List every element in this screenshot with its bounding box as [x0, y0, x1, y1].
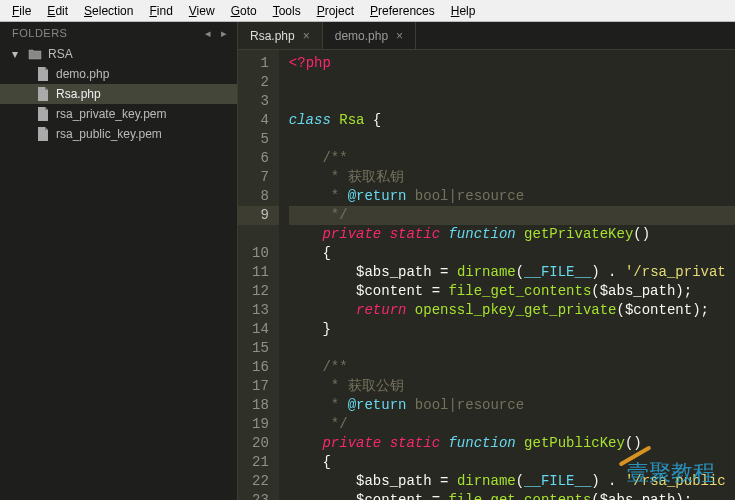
- folder-icon: [28, 47, 42, 61]
- tree-folder-label: RSA: [48, 47, 73, 61]
- chevron-right-icon[interactable]: ▸: [217, 26, 231, 40]
- tree-file-label: rsa_private_key.pem: [56, 107, 167, 121]
- sidebar: FOLDERS ◂ ▸ ▾ RSA demo.phpRsa.phprsa_pri…: [0, 22, 238, 500]
- tab-label: Rsa.php: [250, 29, 295, 43]
- line-gutter: 1 2 3 4 5 6 7 8 9 10 11 12 13 14 15 16 1…: [238, 50, 279, 500]
- code-content[interactable]: <?php class Rsa { /** * 获取私钥 * @return b…: [279, 50, 735, 500]
- sidebar-title: FOLDERS: [12, 27, 67, 39]
- sidebar-controls: ◂ ▸: [201, 26, 231, 40]
- chevron-left-icon[interactable]: ◂: [201, 26, 215, 40]
- tree-file-label: demo.php: [56, 67, 109, 81]
- menu-item-selection[interactable]: Selection: [76, 2, 141, 19]
- menu-item-tools[interactable]: Tools: [265, 2, 309, 19]
- file-icon: [36, 127, 50, 141]
- tree-file[interactable]: rsa_public_key.pem: [0, 124, 237, 144]
- menu-item-edit[interactable]: Edit: [39, 2, 76, 19]
- menu-item-file[interactable]: File: [4, 2, 39, 19]
- menu-item-preferences[interactable]: Preferences: [362, 2, 443, 19]
- tree-file-label: Rsa.php: [56, 87, 101, 101]
- tab-label: demo.php: [335, 29, 388, 43]
- file-tree: ▾ RSA demo.phpRsa.phprsa_private_key.pem…: [0, 42, 237, 144]
- menu-item-find[interactable]: Find: [141, 2, 180, 19]
- close-icon[interactable]: ×: [303, 29, 310, 43]
- sidebar-header: FOLDERS ◂ ▸: [0, 22, 237, 42]
- main-split: FOLDERS ◂ ▸ ▾ RSA demo.phpRsa.phprsa_pri…: [0, 22, 735, 500]
- tab[interactable]: Rsa.php×: [238, 22, 323, 49]
- tree-file-label: rsa_public_key.pem: [56, 127, 162, 141]
- file-icon: [36, 87, 50, 101]
- code-area[interactable]: 1 2 3 4 5 6 7 8 9 10 11 12 13 14 15 16 1…: [238, 50, 735, 500]
- file-icon: [36, 107, 50, 121]
- menu-bar: FileEditSelectionFindViewGotoToolsProjec…: [0, 0, 735, 22]
- close-icon[interactable]: ×: [396, 29, 403, 43]
- menu-item-view[interactable]: View: [181, 2, 223, 19]
- tree-file[interactable]: demo.php: [0, 64, 237, 84]
- menu-item-help[interactable]: Help: [443, 2, 484, 19]
- menu-item-project[interactable]: Project: [309, 2, 362, 19]
- tree-file[interactable]: rsa_private_key.pem: [0, 104, 237, 124]
- file-icon: [36, 67, 50, 81]
- menu-item-goto[interactable]: Goto: [223, 2, 265, 19]
- editor: Rsa.php×demo.php× 1 2 3 4 5 6 7 8 9 10 1…: [238, 22, 735, 500]
- tab[interactable]: demo.php×: [323, 22, 416, 49]
- tree-folder-root[interactable]: ▾ RSA: [0, 44, 237, 64]
- tab-bar: Rsa.php×demo.php×: [238, 22, 735, 50]
- tree-file[interactable]: Rsa.php: [0, 84, 237, 104]
- folder-collapse-icon: ▾: [8, 47, 22, 61]
